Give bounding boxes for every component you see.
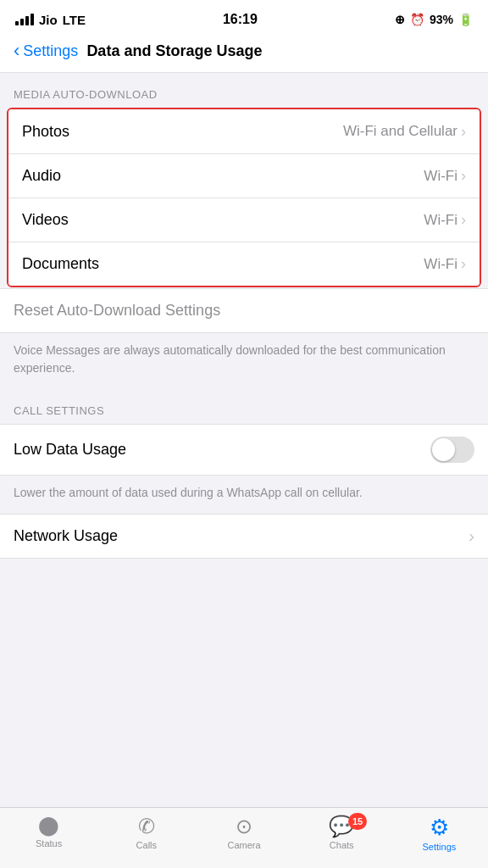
battery-icon: 🔋 bbox=[458, 13, 473, 26]
tab-chats[interactable]: 💬 15 Chats bbox=[293, 816, 391, 850]
tab-status-label: Status bbox=[36, 838, 62, 849]
audio-value-wrap: Wi-Fi › bbox=[424, 167, 466, 185]
audio-chevron-icon: › bbox=[461, 167, 466, 185]
time-display: 16:19 bbox=[223, 12, 258, 27]
videos-row[interactable]: Videos Wi-Fi › bbox=[8, 198, 480, 242]
tab-status[interactable]: ⬤ Status bbox=[0, 816, 97, 849]
network-usage-chevron-icon: › bbox=[469, 526, 474, 546]
camera-icon: ⊙ bbox=[236, 816, 252, 837]
audio-row[interactable]: Audio Wi-Fi › bbox=[8, 153, 480, 198]
settings-icon: ⚙ bbox=[430, 816, 449, 838]
back-button[interactable]: ‹ Settings bbox=[14, 42, 78, 60]
videos-value-wrap: Wi-Fi › bbox=[424, 211, 466, 229]
photos-chevron-icon: › bbox=[461, 123, 466, 141]
chats-badge: 15 bbox=[348, 813, 367, 830]
documents-chevron-icon: › bbox=[461, 255, 466, 273]
low-data-usage-row[interactable]: Low Data Usage bbox=[0, 424, 488, 476]
documents-label: Documents bbox=[22, 255, 99, 273]
low-data-toggle[interactable] bbox=[430, 437, 474, 463]
photos-row[interactable]: Photos Wi-Fi and Cellular › bbox=[8, 109, 480, 153]
call-settings-section-label: CALL SETTINGS bbox=[0, 389, 488, 424]
calls-icon: ✆ bbox=[138, 816, 155, 837]
back-chevron-icon: ‹ bbox=[14, 42, 19, 60]
status-right: ⊕ ⏰ 93% 🔋 bbox=[395, 13, 473, 26]
tab-calls-label: Calls bbox=[136, 840, 157, 850]
tab-settings-label: Settings bbox=[423, 842, 457, 852]
photos-value: Wi-Fi and Cellular bbox=[343, 123, 458, 140]
toggle-knob bbox=[432, 438, 455, 461]
network-usage-label: Network Usage bbox=[14, 527, 118, 545]
tab-camera[interactable]: ⊙ Camera bbox=[195, 816, 292, 850]
back-label: Settings bbox=[23, 42, 78, 60]
status-icon: ⬤ bbox=[38, 816, 59, 835]
photos-label: Photos bbox=[22, 123, 69, 141]
battery-label: 93% bbox=[430, 13, 453, 26]
photos-value-wrap: Wi-Fi and Cellular › bbox=[343, 123, 466, 141]
status-bar: Jio LTE 16:19 ⊕ ⏰ 93% 🔋 bbox=[0, 0, 488, 34]
reset-label: Reset Auto-Download Settings bbox=[14, 302, 220, 319]
signal-bars bbox=[15, 14, 34, 25]
page-title: Data and Storage Usage bbox=[86, 42, 262, 60]
audio-value: Wi-Fi bbox=[424, 168, 458, 185]
carrier-label: Jio bbox=[39, 13, 58, 27]
voice-message-info: Voice Messages are always automatically … bbox=[0, 333, 488, 389]
videos-label: Videos bbox=[22, 211, 69, 229]
documents-row[interactable]: Documents Wi-Fi › bbox=[8, 242, 480, 286]
alarm-icon: ⏰ bbox=[410, 13, 424, 26]
location-icon: ⊕ bbox=[395, 13, 405, 26]
videos-chevron-icon: › bbox=[461, 211, 466, 229]
videos-value: Wi-Fi bbox=[424, 212, 458, 229]
tab-calls[interactable]: ✆ Calls bbox=[97, 816, 195, 850]
status-left: Jio LTE bbox=[15, 13, 86, 27]
tab-bar: ⬤ Status ✆ Calls ⊙ Camera 💬 15 Chats ⚙ S… bbox=[0, 807, 488, 868]
nav-header: ‹ Settings Data and Storage Usage bbox=[0, 34, 488, 73]
documents-value-wrap: Wi-Fi › bbox=[424, 255, 466, 273]
audio-label: Audio bbox=[22, 167, 61, 185]
low-data-label: Low Data Usage bbox=[14, 441, 126, 459]
reset-auto-download-row[interactable]: Reset Auto-Download Settings bbox=[0, 288, 488, 333]
media-auto-download-box: Photos Wi-Fi and Cellular › Audio Wi-Fi … bbox=[7, 108, 481, 287]
documents-value: Wi-Fi bbox=[424, 256, 458, 273]
tab-chats-label: Chats bbox=[330, 840, 354, 850]
tab-settings[interactable]: ⚙ Settings bbox=[391, 816, 488, 852]
tab-camera-label: Camera bbox=[227, 840, 260, 850]
network-usage-row[interactable]: Network Usage › bbox=[0, 514, 488, 559]
network-type: LTE bbox=[63, 13, 86, 27]
cellular-info-text: Lower the amount of data used during a W… bbox=[0, 476, 488, 514]
media-auto-download-section-label: MEDIA AUTO-DOWNLOAD bbox=[0, 73, 488, 108]
